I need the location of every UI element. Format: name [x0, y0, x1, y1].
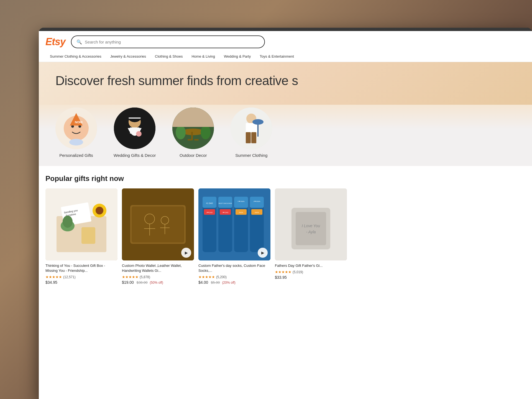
review-count-1: (12,571)	[63, 275, 76, 279]
svg-text:#1 DAD: #1 DAD	[206, 202, 213, 204]
product-image-1: Sending you Sunshine	[45, 188, 117, 260]
svg-text:I Love You: I Love You	[302, 224, 320, 228]
svg-text:I ❤ DAD: I ❤ DAD	[222, 212, 229, 213]
search-icon: 🔍	[76, 39, 82, 45]
svg-point-27	[252, 119, 264, 125]
play-button-2[interactable]: ▶	[181, 248, 191, 258]
svg-rect-16	[188, 139, 192, 140]
product-price-4: $33.95	[275, 275, 347, 280]
nav-clothing-shoes[interactable]: Clothing & Shoes	[150, 52, 187, 62]
svg-point-34	[96, 207, 103, 214]
category-label-summer: Summer Clothing	[235, 153, 267, 158]
svg-rect-70	[296, 212, 326, 245]
product-card-4[interactable]: I Love You - Ayla Fathers Day Gift Fathe…	[275, 188, 347, 285]
price-discount-3: (20% off)	[222, 281, 235, 285]
category-outdoor[interactable]: Outdoor Decor	[172, 108, 214, 158]
svg-rect-10	[129, 117, 141, 119]
svg-text:I ❤ DAD: I ❤ DAD	[206, 212, 213, 213]
category-summer[interactable]: Summer Clothing	[231, 108, 272, 158]
product-price-1: $34.95	[45, 280, 117, 285]
price-discount-2: (50% off)	[150, 281, 163, 285]
wedding-image	[114, 108, 155, 149]
svg-text:PAPA: PAPA	[255, 212, 259, 213]
svg-rect-26	[257, 123, 259, 137]
svg-rect-20	[172, 108, 214, 127]
product-title-4: Fathers Day Gift Father's Gi...	[275, 263, 347, 268]
nav-toys[interactable]: Toys & Entertainment	[255, 52, 298, 62]
svg-text:NORI: NORI	[75, 121, 83, 124]
category-label-outdoor: Outdoor Decor	[180, 153, 207, 158]
product-image-4: I Love You - Ayla	[275, 188, 347, 260]
category-label-wedding: Wedding Gifts & Decor	[114, 153, 156, 158]
personalized-image: NORI	[55, 108, 97, 149]
stars-icon-2: ★★★★★	[122, 275, 139, 279]
product-img-inner-4: I Love You - Ayla	[275, 188, 347, 260]
product-title-1: Thinking of You - Succulent Gift Box - M…	[45, 263, 117, 273]
nav-home-living[interactable]: Home & Living	[187, 52, 219, 62]
product-image-2: ▶	[122, 188, 194, 260]
price-original-3: $5.00	[211, 280, 220, 285]
nav-wedding-party[interactable]: Wedding & Party	[219, 52, 255, 62]
price-original-2: $38.00	[137, 280, 148, 285]
product-card-3[interactable]: #1 DAD I ❤ DAD BEST DAD EVER I ❤ DAD	[198, 188, 270, 285]
hero-title: Discover fresh summer finds from creativ…	[55, 73, 515, 88]
svg-text:- Ayla: - Ayla	[306, 230, 316, 234]
svg-rect-24	[246, 132, 251, 143]
svg-rect-54	[218, 197, 232, 208]
svg-rect-35	[81, 227, 95, 244]
product-stars-4: ★★★★★ (5,019)	[275, 270, 347, 274]
product-img-inner-1: Sending you Sunshine	[45, 188, 117, 260]
play-button-3[interactable]: ▶	[258, 248, 268, 258]
popular-gifts-title: Popular gifts right now	[45, 174, 525, 183]
svg-rect-40	[132, 206, 184, 242]
svg-point-19	[201, 126, 211, 139]
nav-jewelry[interactable]: Jewelry & Accessories	[106, 52, 150, 62]
category-circle-summer	[231, 108, 272, 149]
outdoor-image	[172, 108, 214, 149]
review-count-3: (5,200)	[216, 275, 227, 279]
product-price-2: $19.00 $38.00 (50% off)	[122, 280, 194, 285]
svg-rect-15	[191, 132, 193, 140]
summer-image	[231, 108, 272, 149]
category-circle-outdoor	[172, 108, 214, 149]
svg-rect-17	[194, 139, 199, 140]
product-card-2[interactable]: ▶ Custom Photo Wallet ,Leather Wallet, H…	[122, 188, 194, 285]
svg-point-6	[69, 139, 83, 145]
svg-point-12	[136, 131, 142, 137]
category-circle-personalized: NORI	[55, 108, 97, 149]
svg-rect-25	[251, 132, 256, 143]
price-value-4: $33.95	[275, 275, 287, 280]
product-card-1[interactable]: Sending you Sunshine Thin	[45, 188, 117, 285]
svg-point-18	[176, 126, 186, 139]
review-count-2: (5,878)	[140, 275, 150, 279]
etsy-logo[interactable]: Etsy	[45, 36, 65, 48]
price-value-3: $4.00	[198, 280, 208, 285]
review-count-4: (5,019)	[293, 270, 303, 274]
svg-rect-23	[246, 123, 257, 133]
product-image-3: #1 DAD I ❤ DAD BEST DAD EVER I ❤ DAD	[198, 188, 270, 260]
search-bar[interactable]: 🔍 Search for anything	[71, 35, 265, 48]
product-stars-3: ★★★★★ (5,200)	[198, 275, 270, 279]
product-price-3: $4.00 $5.00 (20% off)	[198, 280, 270, 285]
product-title-2: Custom Photo Wallet ,Leather Wallet, Han…	[122, 263, 194, 273]
category-personalized-gifts[interactable]: NORI Personalized Gifts	[55, 108, 97, 158]
svg-rect-64	[250, 197, 264, 208]
hero-banner: Discover fresh summer finds from creativ…	[39, 62, 532, 105]
nav-summer-clothing[interactable]: Summer Clothing & Accessories	[45, 52, 106, 62]
website-content: Etsy 🔍 Search for anything Summer Clothi…	[39, 31, 532, 399]
product-stars-2: ★★★★★ (5,878)	[122, 275, 194, 279]
stars-icon-4: ★★★★★	[275, 270, 291, 274]
etsy-header: Etsy 🔍 Search for anything Summer Clothi…	[39, 31, 532, 62]
svg-text:BEST DAD EVER: BEST DAD EVER	[219, 203, 232, 204]
etsy-nav: Summer Clothing & Accessories Jewelry & …	[45, 52, 525, 62]
stars-icon-3: ★★★★★	[198, 275, 215, 279]
category-wedding[interactable]: Wedding Gifts & Decor	[114, 108, 156, 158]
svg-text:I ❤ PAPA: I ❤ PAPA	[237, 201, 244, 202]
popular-gifts-section: Popular gifts right now Sending you Suns…	[39, 166, 532, 290]
svg-text:PAPA: PAPA	[239, 212, 243, 213]
svg-text:I ❤ PAPA: I ❤ PAPA	[253, 201, 260, 202]
search-input[interactable]: Search for anything	[85, 40, 121, 44]
product-title-3: Custom Father's day socks, Custom Face S…	[198, 263, 270, 273]
etsy-top-row: Etsy 🔍 Search for anything	[45, 35, 525, 48]
svg-point-37	[63, 216, 73, 228]
